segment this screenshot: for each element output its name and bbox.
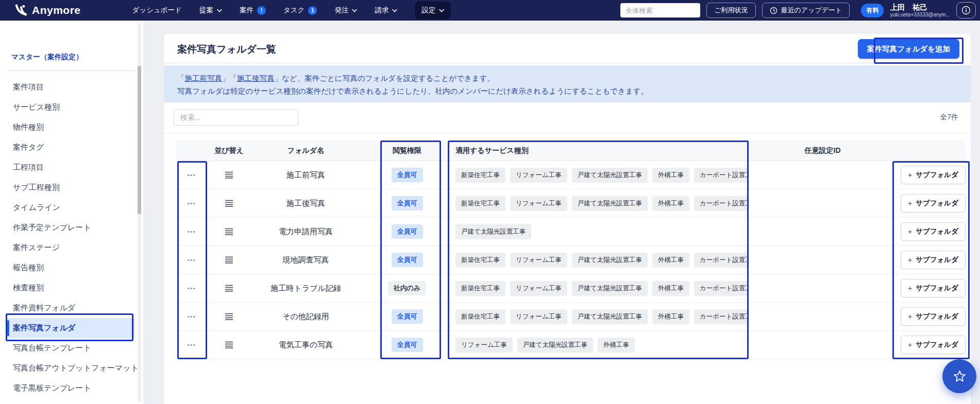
add-subfolder-button[interactable]: +サブフォルダ [901,222,966,241]
sidebar-item-16[interactable]: トラブル種別 [7,398,135,404]
sidebar-item-14[interactable]: 写真台帳アウトプットフォーマット [7,358,135,378]
row-services-cell: 新築住宅工事リフォーム工事戸建て太陽光設置工事外構工事カーポート設置工事 [453,246,749,274]
sidebar-item-4[interactable]: 工程項目 [7,157,135,178]
sidebar-item-5[interactable]: サブ工程種別 [7,178,135,198]
row-menu-button[interactable]: ••• [185,198,198,209]
row-custom-id-cell [749,303,897,330]
add-subfolder-button[interactable]: +サブフォルダ [901,194,966,213]
service-type-chip: カーポート設置工事 [694,168,749,183]
drag-handle-icon[interactable] [225,256,233,264]
sidebar-item-10[interactable]: 検査種別 [7,278,135,298]
usage-status-button[interactable]: ご利用状況 [706,3,755,18]
row-drag-cell [207,161,251,189]
recent-updates-button[interactable]: 最近のアップデート [762,3,850,18]
subfolder-button-label: サブフォルダ [916,170,958,180]
sidebar-scrollbar-thumb[interactable] [138,66,141,214]
folder-name: 施工前写真 [251,161,361,189]
drag-handle-icon[interactable] [225,171,233,179]
row-menu-button[interactable]: ••• [185,339,198,351]
after-construction-photo-link[interactable]: 施工後写真 [237,74,275,82]
row-subfolder-cell: +サブフォルダ [897,161,966,189]
sidebar-item-3[interactable]: 案件タグ [7,137,135,157]
folder-name: その他記録用 [251,303,361,330]
row-drag-cell [207,246,251,274]
nav-item-settings[interactable]: 設定 [415,2,451,19]
row-menu-button[interactable]: ••• [185,283,198,294]
before-construction-photo-link[interactable]: 施工前写真 [185,74,223,82]
row-menu-button[interactable]: ••• [185,226,198,238]
plan-badge: 有料 [861,4,884,17]
sidebar-item-label: 物件種別 [13,122,44,132]
subfolder-button-label: サブフォルダ [916,312,958,321]
sidebar-item-15[interactable]: 電子黒板テンプレート [7,378,135,398]
service-type-chip: 戸建て太陽光設置工事 [572,253,648,268]
info-button[interactable] [956,2,976,19]
drag-handle-icon[interactable] [225,341,233,348]
info-icon [961,6,971,15]
sidebar-item-0[interactable]: 案件項目 [7,77,135,97]
user-menu[interactable]: 上田 祐己 yuki.ueta+33333@anym... [890,3,950,19]
page-title: 案件写真フォルダ一覧 [177,43,276,56]
row-menu-button[interactable]: ••• [185,311,198,323]
brand-logo[interactable]: Anymore [14,4,81,17]
add-subfolder-button[interactable]: +サブフォルダ [901,166,966,184]
row-custom-id-cell [749,218,897,245]
row-custom-id-cell [749,246,897,274]
row-services-cell: 新築住宅工事リフォーム工事戸建て太陽光設置工事外構工事カーポート設置工事 [453,303,749,330]
sidebar-item-label: 検査種別 [13,283,44,293]
service-type-chip: 外構工事 [652,168,689,183]
sidebar-item-11[interactable]: 案件資料フォルダ [7,298,135,318]
add-photo-folder-button[interactable]: 案件写真フォルダを追加 [858,39,959,59]
service-type-chip: リフォーム工事 [510,168,567,183]
permission-badge: 全員可 [392,224,423,239]
global-search-input[interactable] [620,3,700,17]
row-menu-cell: ••• [176,274,207,302]
sidebar-item-2[interactable]: 物件種別 [7,117,135,137]
row-menu-button[interactable]: ••• [185,169,198,181]
nav-item-case[interactable]: 案件 ! [240,6,266,15]
nav-item-task[interactable]: タスク 1 [283,6,317,15]
header-services: 適用するサービス種別 [453,140,749,161]
add-subfolder-button[interactable]: +サブフォルダ [901,336,966,354]
folder-search-input[interactable] [174,109,298,126]
chevron-down-icon [392,9,397,12]
nav-item-billing[interactable]: 請求 [375,6,397,15]
sidebar-item-8[interactable]: 案件ステージ [7,238,135,258]
permission-badge: 全員可 [392,168,423,182]
permission-badge: 全員可 [392,196,423,210]
sidebar-item-7[interactable]: 作業予定テンプレート [7,218,135,238]
chevron-down-icon [352,9,357,12]
add-subfolder-button[interactable]: +サブフォルダ [901,307,966,326]
drag-handle-icon[interactable] [225,285,233,292]
permission-badge: 全員可 [392,253,423,267]
service-type-chip: 外構工事 [652,196,689,211]
add-subfolder-button[interactable]: +サブフォルダ [901,279,966,297]
nav-item-order[interactable]: 発注 [334,6,357,15]
drag-handle-icon[interactable] [225,313,233,320]
plus-icon: + [908,199,912,207]
sidebar-item-9[interactable]: 報告種別 [7,258,135,278]
table-row: •••施工時トラブル記録社内のみ新築住宅工事リフォーム工事戸建て太陽光設置工事外… [176,274,966,303]
row-menu-button[interactable]: ••• [185,254,198,266]
drag-handle-icon[interactable] [225,200,233,207]
section-divider [164,133,971,133]
nav-item-dashboard[interactable]: ダッシュボード [132,6,182,15]
nav-menu: ダッシュボード 提案 案件 ! タスク 1 発注 請求 設定 [132,2,451,19]
total-count: 全7件 [940,113,958,122]
row-menu-cell: ••• [176,161,207,189]
drag-handle-icon[interactable] [225,228,233,235]
sidebar-item-13[interactable]: 写真台帳テンプレート [7,338,135,358]
row-permission-cell: 全員可 [361,218,453,245]
nav-item-proposal[interactable]: 提案 [199,6,222,15]
add-subfolder-button[interactable]: +サブフォルダ [901,251,966,269]
sidebar-item-6[interactable]: タイムライン [7,198,135,218]
feedback-fab[interactable] [942,359,976,393]
row-menu-cell: ••• [176,218,207,245]
sidebar-item-label: 報告種別 [13,263,44,273]
folder-name: 現地調査写真 [251,246,361,274]
row-subfolder-cell: +サブフォルダ [897,189,966,217]
sidebar-item-12[interactable]: 案件写真フォルダ [7,318,135,338]
active-indicator-bar [7,320,9,336]
sidebar-item-label: タイムライン [13,203,60,213]
sidebar-item-1[interactable]: サービス種別 [7,97,135,117]
